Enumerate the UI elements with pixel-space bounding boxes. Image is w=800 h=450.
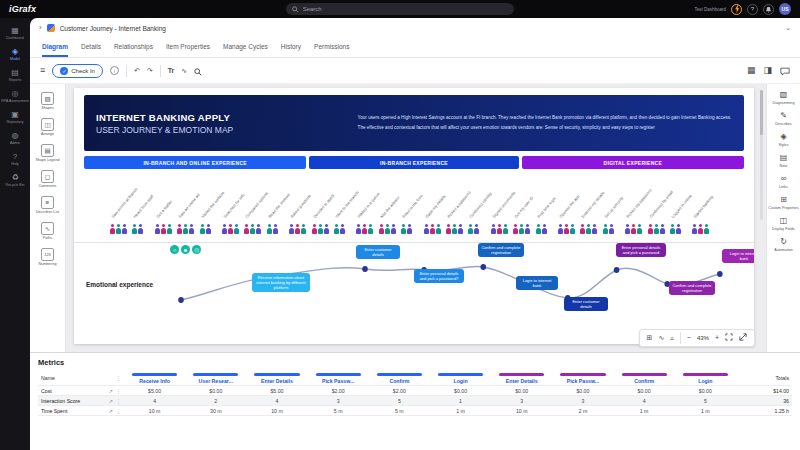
fullscreen-icon[interactable] bbox=[739, 333, 747, 343]
fit-to-screen-icon[interactable] bbox=[725, 333, 733, 343]
emotion-callout[interactable]: Confirm and complete registration bbox=[669, 281, 715, 295]
journey-step-label[interactable]: Decided to apply bbox=[312, 193, 335, 219]
text-tool-icon[interactable]: Tr bbox=[168, 67, 175, 74]
journey-step-label[interactable]: Saw an online ad bbox=[177, 192, 201, 219]
expand-panel-icon[interactable]: › bbox=[39, 24, 42, 32]
sidebar-item-admin[interactable]: ◍Admin bbox=[0, 128, 30, 149]
menu-icon[interactable]: ≡ bbox=[40, 66, 45, 75]
tab-diagram[interactable]: Diagram bbox=[42, 38, 68, 57]
user-avatar[interactable]: US bbox=[779, 3, 791, 15]
tab-relationships[interactable]: Relationships bbox=[114, 38, 153, 57]
journey-step-label[interactable]: Set up security bbox=[603, 196, 624, 219]
undo-icon[interactable]: ↶ bbox=[134, 67, 140, 75]
tool-comments[interactable]: ◻Comments bbox=[31, 168, 65, 190]
metric-link-icon[interactable]: ↗ bbox=[109, 398, 113, 404]
kebab-menu-icon[interactable]: ⋮ bbox=[116, 398, 121, 404]
tool-shapes[interactable]: ▧Shapes bbox=[31, 90, 65, 112]
redo-icon[interactable]: ↷ bbox=[147, 67, 153, 75]
tab-details[interactable]: Details bbox=[81, 38, 101, 57]
panel-styles[interactable]: ◈Styles bbox=[768, 132, 800, 147]
check-in-button[interactable]: ✓ Check In bbox=[52, 64, 103, 78]
tab-permissions[interactable]: Permissions bbox=[314, 38, 349, 57]
panel-display-fields[interactable]: ◫Display Fields bbox=[768, 216, 800, 231]
emotion-callout[interactable]: Enter customer details bbox=[356, 245, 400, 259]
diagram-canvas[interactable]: INTERNET BANKING APPLY USER JOURNEY & EM… bbox=[66, 84, 766, 352]
journey-step-label[interactable]: Entered my details bbox=[581, 190, 606, 219]
sidebar-item-recycle-bin[interactable]: ♻Recycle Bin bbox=[0, 170, 30, 191]
metrics-column-header-pick-passw[interactable]: Pick Passw... bbox=[308, 370, 369, 386]
emotion-callout[interactable]: Receive information about internet banki… bbox=[252, 273, 310, 292]
journey-step-label[interactable]: Got my user ID bbox=[513, 195, 534, 219]
phase-bar-in-branch-and-online-experience[interactable]: IN-BRANCH AND ONLINE EXPERIENCE bbox=[84, 156, 306, 169]
panel-describes[interactable]: ✎Describes bbox=[768, 111, 800, 126]
minimap-icon[interactable]: ▵ bbox=[670, 334, 674, 342]
tool-paths[interactable]: ∿Paths bbox=[31, 220, 65, 242]
select-mode-icon[interactable]: ⊞ bbox=[647, 334, 653, 342]
zoom-level[interactable]: 43% bbox=[697, 335, 709, 341]
tool-numbering[interactable]: 123Numbering bbox=[31, 246, 65, 268]
tab-history[interactable]: History bbox=[281, 38, 301, 57]
metrics-column-header-enter-details[interactable]: Enter Details bbox=[491, 370, 552, 386]
zoom-search-icon[interactable] bbox=[194, 62, 202, 80]
emotion-callout[interactable]: Enter personal details and pick a passwo… bbox=[616, 243, 666, 257]
sidebar-item-dashboard[interactable]: ▦Dashboard bbox=[0, 23, 30, 44]
metrics-column-header-enter-details[interactable]: Enter Details bbox=[246, 370, 307, 386]
notifications-bell-icon[interactable] bbox=[763, 4, 774, 15]
phase-bar-digital-experience[interactable]: DIGITAL EXPERIENCE bbox=[522, 156, 744, 169]
panel-automation[interactable]: ↻Automation bbox=[768, 237, 800, 252]
emotion-callout[interactable]: Enter personal details and pick a passwo… bbox=[414, 269, 464, 283]
pan-mode-icon[interactable]: ∿ bbox=[658, 334, 664, 342]
panel-custom-properties[interactable]: ⊞Custom Properties bbox=[768, 195, 800, 210]
metrics-column-header-login[interactable]: Login bbox=[430, 370, 491, 386]
panel-links[interactable]: ∞Links bbox=[768, 174, 800, 189]
chevron-down-icon[interactable]: ⌄ bbox=[785, 24, 791, 32]
kebab-menu-icon[interactable]: ⋮ bbox=[116, 388, 121, 394]
journey-step-label[interactable]: Met the advisor bbox=[379, 195, 400, 219]
info-icon[interactable]: i bbox=[110, 66, 119, 75]
sidebar-item-help[interactable]: ?Help bbox=[0, 149, 30, 170]
panel-layout-icon[interactable]: ◨ bbox=[763, 66, 772, 75]
metrics-column-header-login[interactable]: Login bbox=[675, 370, 736, 386]
metric-link-icon[interactable]: ↗ bbox=[109, 388, 113, 394]
journey-step-label[interactable]: Opened the app bbox=[558, 194, 580, 219]
metric-link-icon[interactable]: ↗ bbox=[109, 408, 113, 414]
tool-shape-legend[interactable]: ▤Shape Legend bbox=[31, 142, 65, 164]
help-icon[interactable]: ? bbox=[747, 4, 758, 15]
sidebar-item-rpa-assessment[interactable]: ◎RPA Assessment bbox=[0, 86, 30, 107]
sidebar-item-model[interactable]: ◈Model bbox=[0, 44, 30, 65]
tab-item-properties[interactable]: Item Properties bbox=[166, 38, 210, 57]
journey-step-label[interactable]: Got a leaflet bbox=[155, 199, 173, 219]
panel-note[interactable]: ▤Note bbox=[768, 153, 800, 168]
metrics-column-header-confirm[interactable]: Confirm bbox=[369, 370, 430, 386]
journey-step-label[interactable]: Filled in the form bbox=[401, 193, 424, 219]
journey-step-label[interactable]: Asked questions bbox=[289, 193, 312, 219]
zoom-in-icon[interactable]: + bbox=[715, 334, 719, 342]
panel-diagramming[interactable]: ▧Diagramming bbox=[768, 90, 800, 105]
kebab-menu-icon[interactable]: ⋮ bbox=[116, 375, 121, 381]
kebab-menu-icon[interactable]: ⋮ bbox=[116, 408, 121, 414]
search-input[interactable] bbox=[303, 6, 508, 12]
sidebar-item-reports[interactable]: ▤Reports bbox=[0, 65, 30, 86]
journey-step-label[interactable]: Compared options bbox=[245, 191, 270, 219]
emotion-callout[interactable]: Confirm and complete registration bbox=[478, 243, 524, 257]
journey-step-label[interactable]: Confirmed identity bbox=[469, 191, 494, 219]
phase-bar-in-branch-experience[interactable]: IN-BRANCH EXPERIENCE bbox=[309, 156, 518, 169]
journey-step-label[interactable]: First time login bbox=[536, 196, 557, 219]
journey-step-label[interactable]: Searched for info bbox=[222, 192, 245, 219]
canvas-scrollbar[interactable] bbox=[760, 90, 763, 220]
lightning-icon[interactable] bbox=[731, 4, 742, 15]
journey-step-label[interactable]: Visited the website bbox=[200, 190, 225, 219]
metrics-column-header-receive-info[interactable]: Receive Info bbox=[124, 370, 185, 386]
journey-step-label[interactable]: Waited in a queue bbox=[357, 191, 381, 219]
tool-arrange[interactable]: ◫Arrange bbox=[31, 116, 65, 138]
metrics-column-header-pick-passw[interactable]: Pick Passw... bbox=[552, 370, 613, 386]
global-search[interactable] bbox=[286, 3, 514, 15]
comment-icon[interactable] bbox=[780, 62, 790, 80]
zoom-out-icon[interactable]: − bbox=[687, 334, 691, 342]
tab-manage-cycles[interactable]: Manage Cycles bbox=[223, 38, 268, 57]
journey-step-label[interactable]: Started banking bbox=[693, 194, 715, 219]
emotion-callout[interactable]: Login to internet bank bbox=[516, 276, 558, 290]
tool-describes-list[interactable]: ≡Describes List bbox=[31, 194, 65, 216]
connector-tool-icon[interactable]: ∿ bbox=[181, 67, 187, 75]
grid-view-icon[interactable]: ▦ bbox=[747, 66, 756, 75]
